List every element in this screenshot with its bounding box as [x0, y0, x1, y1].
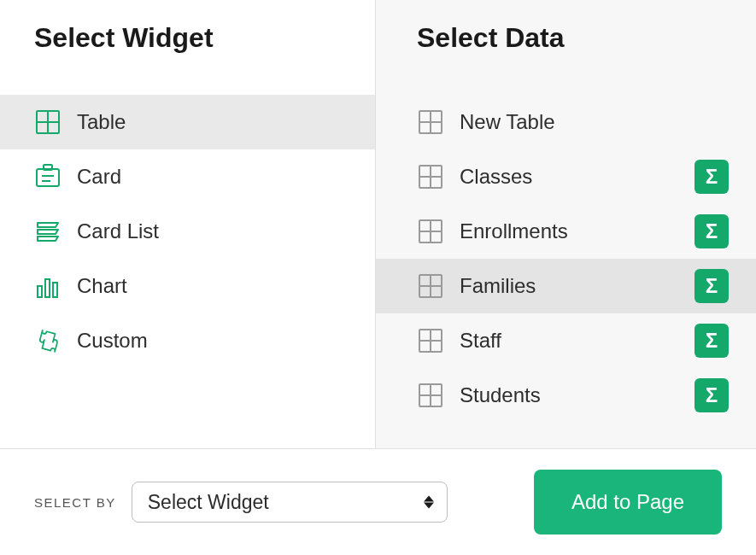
data-item-label: Staff — [460, 329, 501, 353]
data-item-label: New Table — [460, 110, 555, 134]
table-icon — [417, 163, 444, 190]
widget-item-label: Custom — [77, 329, 148, 353]
select-by-wrapper: Select Widget — [132, 482, 448, 523]
data-item-label: Families — [460, 274, 536, 298]
data-list: New Table Classes Σ Enrollments Σ Famili… — [376, 95, 756, 423]
select-by-dropdown[interactable]: Select Widget — [132, 482, 448, 523]
add-to-page-button[interactable]: Add to Page — [534, 470, 722, 535]
data-item-label: Enrollments — [460, 219, 568, 243]
widget-item-table[interactable]: Table — [0, 95, 375, 149]
puzzle-icon — [34, 327, 62, 354]
data-item-label: Students — [460, 383, 541, 407]
card-icon — [34, 163, 62, 190]
summary-badge[interactable]: Σ — [694, 214, 729, 248]
card-list-icon — [34, 218, 62, 245]
widget-list: Table Card Card List Chart Custom — [0, 95, 375, 368]
table-icon — [417, 108, 444, 136]
data-item-staff[interactable]: Staff Σ — [376, 313, 756, 368]
widget-item-card[interactable]: Card — [0, 149, 375, 204]
data-item-classes[interactable]: Classes Σ — [376, 149, 756, 204]
add-widget-dialog: Select Widget Table Card Card List Chart — [0, 0, 756, 555]
widget-item-chart[interactable]: Chart — [0, 259, 375, 313]
data-panel-title: Select Data — [376, 0, 756, 95]
widget-item-custom[interactable]: Custom — [0, 313, 375, 368]
widget-item-label: Table — [77, 110, 126, 134]
dialog-footer: SELECT BY Select Widget Add to Page — [0, 449, 756, 555]
widget-panel-title: Select Widget — [0, 0, 375, 95]
table-icon — [417, 218, 444, 245]
summary-badge[interactable]: Σ — [694, 378, 729, 412]
data-panel: Select Data New Table Classes Σ Enrollme… — [376, 0, 756, 448]
summary-badge[interactable]: Σ — [694, 160, 729, 194]
table-icon — [417, 382, 444, 409]
select-by-label: SELECT BY — [34, 495, 116, 510]
summary-badge[interactable]: Σ — [694, 324, 729, 358]
data-item-label: Classes — [460, 165, 532, 189]
widget-item-label: Card List — [77, 219, 159, 243]
table-icon — [417, 272, 444, 300]
widget-item-card-list[interactable]: Card List — [0, 204, 375, 259]
widget-item-label: Card — [77, 165, 121, 189]
table-icon — [417, 327, 444, 354]
summary-badge[interactable]: Σ — [694, 269, 729, 303]
widget-panel: Select Widget Table Card Card List Chart — [0, 0, 376, 448]
data-item-students[interactable]: Students Σ — [376, 368, 756, 423]
main-area: Select Widget Table Card Card List Chart — [0, 0, 756, 449]
widget-item-label: Chart — [77, 274, 127, 298]
data-item-families[interactable]: Families Σ — [376, 259, 756, 313]
data-item-enrollments[interactable]: Enrollments Σ — [376, 204, 756, 259]
table-icon — [34, 108, 62, 136]
chart-icon — [34, 272, 62, 300]
data-item-new-table[interactable]: New Table — [376, 95, 756, 149]
